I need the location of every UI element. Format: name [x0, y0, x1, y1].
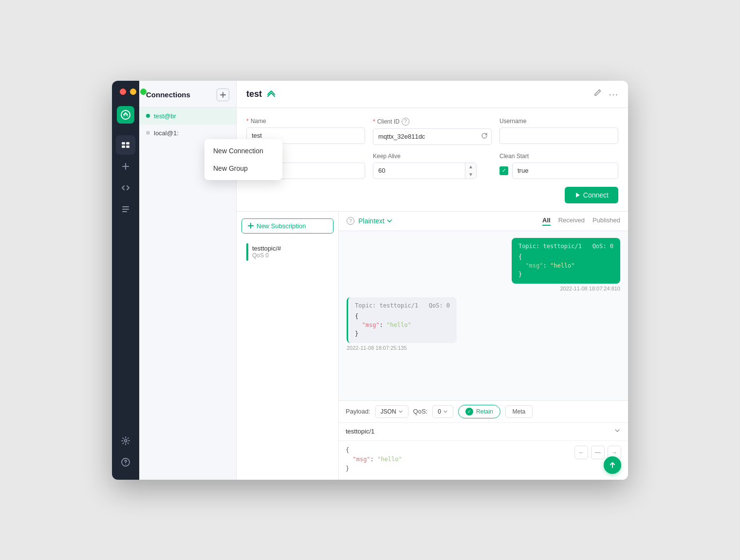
- clean-start-input[interactable]: [512, 163, 618, 179]
- nav-settings-icon[interactable]: [116, 431, 135, 451]
- send-button[interactable]: [604, 456, 621, 474]
- publish-topic-row: [339, 423, 628, 441]
- message-timestamp-2: 2022-11-08 18:07:25:135: [347, 345, 407, 351]
- username-field-group: Username: [500, 118, 618, 145]
- subscriptions-panel: New Subscription testtopic/# QoS 0: [237, 212, 339, 480]
- format-help-icon: ?: [347, 217, 354, 225]
- required-star-name: *: [246, 118, 249, 125]
- payload-label: Payload:: [346, 408, 370, 415]
- format-select[interactable]: JSON: [375, 405, 408, 418]
- sub-info-1: testtopic/# QoS 0: [252, 245, 281, 259]
- form-row-bottom: Connect: [246, 187, 618, 203]
- publish-topic-input[interactable]: [346, 428, 613, 435]
- keep-alive-down-button[interactable]: ▼: [465, 171, 476, 179]
- edit-icon[interactable]: [593, 89, 602, 100]
- connection-item-1[interactable]: test@br: [139, 108, 236, 125]
- logo-icon[interactable]: [117, 106, 134, 124]
- svg-point-10: [125, 464, 126, 465]
- message-topic-qos-1: Topic: testtopic/1 QoS: 0: [518, 243, 613, 250]
- clean-start-wrap: ✓: [500, 163, 618, 179]
- close-button[interactable]: [120, 89, 126, 95]
- add-connection-button[interactable]: [217, 89, 229, 101]
- publish-bar: Payload: JSON QoS: 0: [339, 400, 628, 480]
- svg-marker-11: [576, 193, 580, 198]
- collapse-icon[interactable]: [613, 427, 621, 436]
- message-bubble-sent-2: Topic: testtopic/1 QoS: 0 { "msg": "hell…: [347, 297, 457, 343]
- format-label: Plaintext: [358, 217, 385, 225]
- connection-name-1: test@br: [154, 112, 176, 120]
- filter-tab-received[interactable]: Received: [558, 217, 585, 226]
- more-icon[interactable]: ···: [609, 89, 618, 100]
- icon-rail: [112, 81, 139, 480]
- new-subscription-button[interactable]: New Subscription: [241, 218, 333, 234]
- format-chevron-icon: [387, 218, 392, 224]
- main-content: test ···: [237, 81, 628, 480]
- subscription-item-1[interactable]: testtopic/# QoS 0: [241, 238, 333, 266]
- lower-area: New Subscription testtopic/# QoS 0: [237, 212, 628, 480]
- svg-rect-2: [126, 142, 130, 145]
- keep-alive-up-button[interactable]: ▲: [465, 163, 476, 171]
- top-bar-left: test: [246, 89, 277, 99]
- svg-rect-6: [122, 209, 129, 210]
- sub-item-left-1: testtopic/# QoS 0: [246, 243, 281, 261]
- qos-label: QoS:: [413, 408, 428, 415]
- nav-connections-icon[interactable]: [116, 135, 135, 155]
- connections-header: Connections: [139, 81, 236, 108]
- nav-code-icon[interactable]: [116, 178, 135, 198]
- client-id-field-group: * Client ID ?: [373, 118, 492, 145]
- publish-payload-area: { "msg": "hello" } ← — →: [339, 441, 628, 480]
- meta-button[interactable]: Meta: [505, 405, 533, 418]
- qos-select-arrow-icon: [443, 409, 448, 414]
- connection-status-dot-1: [146, 114, 150, 118]
- connections-title: Connections: [146, 90, 190, 99]
- message-timestamp-1: 2022-11-08 18:07:24:810: [560, 286, 620, 291]
- format-select-value: JSON: [381, 408, 396, 415]
- minimize-button[interactable]: [130, 89, 136, 95]
- message-item-1: Topic: testtopic/1 QoS: 0 { "msg": "hell…: [347, 238, 620, 291]
- publish-controls: Payload: JSON QoS: 0: [339, 401, 628, 423]
- filter-tab-all[interactable]: All: [542, 217, 551, 226]
- top-bar: test ···: [237, 81, 628, 108]
- message-code-2: { "msg": "hello" }: [355, 312, 450, 338]
- svg-rect-7: [122, 211, 127, 212]
- qos-select-value: 0: [438, 408, 441, 415]
- keep-alive-field-group: Keep Alive ▲ ▼: [373, 153, 492, 179]
- chevron-up-icon[interactable]: [266, 89, 277, 99]
- client-id-label: * Client ID ?: [373, 118, 492, 126]
- client-id-input-wrap: [373, 128, 492, 145]
- refresh-icon[interactable]: [481, 132, 488, 141]
- keep-alive-input[interactable]: [373, 163, 465, 179]
- nav-logs-icon[interactable]: [116, 199, 135, 219]
- format-select-arrow-icon: [398, 409, 403, 414]
- messages-header: ? Plaintext All Received Published: [339, 212, 628, 231]
- message-code-1: { "msg": "hello" }: [518, 253, 613, 279]
- sub-topic-1: testtopic/#: [252, 245, 281, 252]
- filter-tab-published[interactable]: Published: [592, 217, 620, 226]
- nav-help-icon[interactable]: [116, 452, 135, 472]
- connect-button[interactable]: Connect: [565, 187, 618, 203]
- client-id-input[interactable]: [373, 128, 492, 145]
- connection-title: test: [246, 89, 262, 99]
- qos-select[interactable]: 0: [432, 405, 453, 418]
- client-id-help-icon[interactable]: ?: [402, 118, 409, 126]
- message-item-2: Topic: testtopic/1 QoS: 0 { "msg": "hell…: [347, 297, 620, 351]
- nav-add-icon[interactable]: [116, 157, 135, 176]
- top-bar-right: ···: [593, 89, 618, 100]
- svg-rect-1: [122, 142, 125, 145]
- required-star-clientid: *: [373, 118, 375, 125]
- nav-prev-button[interactable]: ←: [574, 446, 588, 459]
- retain-button[interactable]: ✓ Retain: [458, 405, 500, 418]
- new-group-item[interactable]: New Group: [204, 160, 282, 177]
- clean-start-checkbox[interactable]: ✓: [500, 166, 508, 175]
- retain-label: Retain: [476, 408, 493, 415]
- name-label: * Name: [246, 118, 365, 125]
- format-selector[interactable]: ? Plaintext: [347, 217, 392, 225]
- form-row-1: * Name * Client ID ?: [246, 118, 618, 145]
- nav-clear-button[interactable]: —: [591, 446, 605, 459]
- message-bubble-received-1: Topic: testtopic/1 QoS: 0 { "msg": "hell…: [512, 238, 620, 284]
- dropdown-menu: New Connection New Group: [204, 139, 282, 180]
- new-connection-item[interactable]: New Connection: [204, 142, 282, 160]
- maximize-button[interactable]: [140, 89, 147, 95]
- username-label: Username: [500, 118, 618, 125]
- username-input[interactable]: [500, 127, 618, 144]
